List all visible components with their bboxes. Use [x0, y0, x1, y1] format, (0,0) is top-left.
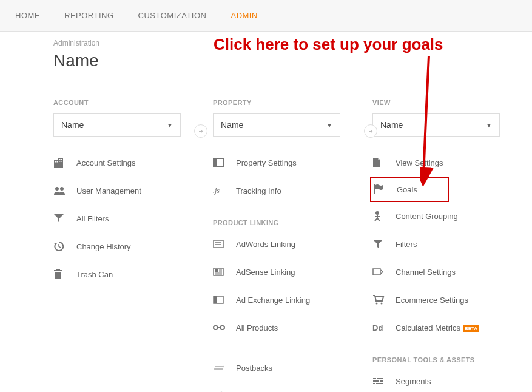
menu-item-filters[interactable]: Filters	[372, 230, 514, 258]
menu-item-label: Ad Exchange Linking	[236, 296, 310, 305]
svg-point-8	[55, 187, 59, 191]
funnel-icon	[53, 213, 69, 224]
ad-exchange-icon	[213, 294, 229, 305]
property-select-value: Name	[221, 120, 243, 130]
people-icon	[53, 185, 69, 196]
svg-rect-6	[59, 161, 61, 162]
svg-point-36	[381, 303, 383, 305]
chevron-down-icon: ▼	[486, 122, 492, 129]
nav-reporting[interactable]: REPORTING	[64, 11, 114, 20]
menu-item-adwords-linking[interactable]: AdWords Linking	[213, 230, 354, 258]
menu-item-label: Content Grouping	[396, 212, 458, 221]
menu-item-property-settings[interactable]: Property Settings	[213, 149, 354, 177]
svg-rect-5	[61, 159, 62, 160]
postbacks-icon	[213, 362, 229, 373]
svg-rect-4	[59, 159, 61, 160]
menu-item-channel-settings[interactable]: Channel Settings	[372, 258, 514, 286]
menu-item-trash-can[interactable]: Trash Can	[53, 260, 195, 288]
svg-rect-11	[54, 270, 62, 271]
view-column: VIEW Name ▼ View Settings Goals Content …	[372, 83, 532, 392]
svg-rect-10	[55, 272, 61, 279]
menu-item-content-grouping[interactable]: Content Grouping	[372, 202, 514, 230]
account-select[interactable]: Name ▼	[53, 113, 181, 137]
account-menu: Account Settings User Management All Fil…	[53, 149, 195, 288]
menu-item-label: AdWords Linking	[236, 240, 295, 249]
top-nav: HOME REPORTING CUSTOMIZATION ADMIN	[0, 0, 532, 32]
svg-rect-2	[55, 161, 56, 163]
admin-columns: ACCOUNT Name ▼ Account Settings User Man…	[0, 83, 532, 392]
chevron-down-icon: ▼	[326, 122, 332, 129]
svg-point-35	[376, 303, 378, 305]
segments-icon	[372, 376, 388, 387]
property-select[interactable]: Name ▼	[213, 113, 340, 137]
menu-item-label: All Filters	[76, 214, 109, 223]
js-icon: .js	[213, 185, 229, 196]
menu-item-calculated-metrics[interactable]: Dd Calculated MetricsBETA	[372, 314, 514, 342]
svg-rect-25	[214, 296, 217, 303]
svg-point-33	[375, 211, 379, 215]
nav-customization[interactable]: CUSTOMIZATION	[138, 11, 207, 20]
svg-rect-34	[373, 269, 380, 275]
callout-text: Click here to set up your goals	[214, 35, 443, 54]
view-select[interactable]: Name ▼	[372, 113, 500, 137]
svg-point-9	[60, 187, 64, 191]
menu-item-label: Ecommerce Settings	[396, 296, 468, 305]
menu-item-label: Filters	[396, 240, 417, 249]
property-column: PROPERTY Name ▼ Property Settings .js Tr…	[213, 83, 372, 392]
svg-rect-12	[56, 269, 60, 270]
flag-icon	[374, 184, 389, 195]
property-menu: Property Settings .js Tracking Info PROD…	[213, 149, 354, 392]
transfer-account-property-button[interactable]	[194, 124, 207, 138]
file-icon	[372, 157, 388, 168]
svg-rect-19	[215, 269, 218, 272]
svg-rect-0	[54, 160, 58, 168]
menu-item-label: Account Settings	[76, 158, 136, 167]
view-select-value: Name	[380, 120, 403, 130]
beta-badge: BETA	[463, 325, 479, 332]
menu-item-label: View Settings	[396, 158, 443, 167]
menu-item-all-filters[interactable]: All Filters	[53, 204, 195, 232]
personal-tools-heading: PERSONAL TOOLS & ASSETS	[372, 356, 514, 363]
property-column-label: PROPERTY	[213, 99, 354, 106]
menu-item-tracking-info[interactable]: .js Tracking Info	[213, 177, 354, 204]
funnel-icon	[372, 238, 388, 249]
person-icon	[372, 211, 388, 221]
svg-rect-15	[214, 240, 223, 248]
account-column: ACCOUNT Name ▼ Account Settings User Man…	[53, 83, 213, 392]
menu-item-adsense-linking[interactable]: AdSense Linking	[213, 258, 354, 286]
nav-admin[interactable]: ADMIN	[231, 11, 257, 20]
menu-item-label: All Products	[236, 323, 278, 333]
menu-item-label: Channel Settings	[396, 268, 456, 277]
ad-words-icon	[213, 238, 229, 249]
menu-item-ad-exchange-linking[interactable]: Ad Exchange Linking	[213, 286, 354, 314]
chevron-down-icon: ▼	[167, 122, 173, 129]
menu-item-postbacks[interactable]: Postbacks	[213, 354, 354, 382]
dd-icon: Dd	[372, 322, 388, 333]
menu-item-view-settings[interactable]: View Settings	[372, 149, 514, 177]
product-linking-heading: PRODUCT LINKING	[213, 219, 354, 226]
menu-item-all-products[interactable]: All Products	[213, 314, 354, 342]
view-column-label: VIEW	[372, 99, 514, 106]
adsense-icon	[213, 266, 229, 277]
menu-item-change-history[interactable]: Change History	[53, 232, 195, 260]
trash-icon	[53, 269, 69, 280]
menu-item-label: Change History	[76, 242, 131, 251]
menu-item-label: AdSense Linking	[236, 268, 295, 277]
building-icon	[53, 157, 69, 168]
menu-item-label: Postbacks	[236, 363, 272, 373]
menu-item-user-management[interactable]: User Management	[53, 177, 195, 204]
menu-item-label: Property Settings	[236, 158, 297, 167]
account-select-value: Name	[61, 120, 84, 130]
menu-item-goals[interactable]: Goals	[370, 177, 449, 202]
menu-item-audience-definitions[interactable]: Audience Definitions	[213, 382, 354, 392]
menu-item-label: Calculated MetricsBETA	[396, 323, 479, 333]
menu-item-segments[interactable]: Segments	[372, 367, 514, 392]
menu-item-label: Goals	[397, 185, 417, 194]
view-menu: View Settings Goals Content Grouping Fil…	[372, 149, 514, 392]
svg-rect-3	[57, 161, 58, 163]
channel-icon	[372, 266, 388, 277]
transfer-property-view-button[interactable]	[364, 124, 377, 138]
menu-item-account-settings[interactable]: Account Settings	[53, 149, 195, 177]
nav-home[interactable]: HOME	[15, 11, 40, 20]
menu-item-ecommerce-settings[interactable]: Ecommerce Settings	[372, 286, 514, 314]
